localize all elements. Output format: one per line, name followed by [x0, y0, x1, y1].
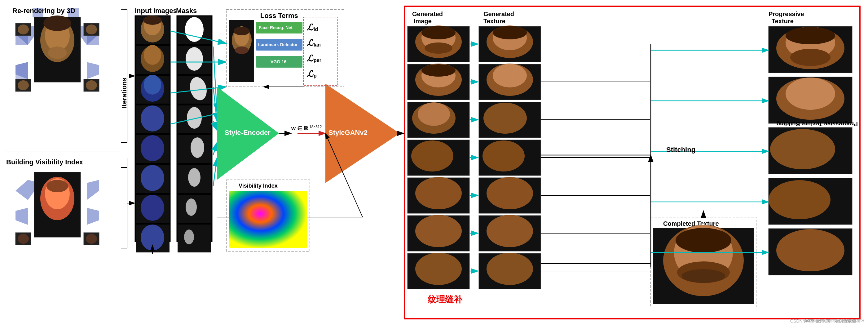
svg-point-31 — [45, 178, 70, 209]
svg-point-148 — [422, 64, 456, 87]
svg-line-90 — [213, 47, 217, 112]
svg-point-162 — [487, 26, 533, 58]
svg-marker-3 — [16, 25, 40, 45]
svg-point-149 — [422, 64, 456, 77]
svg-text:id: id — [314, 27, 318, 32]
svg-rect-68 — [177, 16, 212, 242]
svg-line-89 — [170, 112, 226, 124]
svg-rect-72 — [178, 46, 211, 74]
svg-text:p: p — [314, 73, 317, 79]
svg-rect-47 — [136, 17, 169, 45]
svg-rect-118 — [256, 56, 303, 68]
svg-marker-27 — [16, 208, 28, 225]
svg-point-111 — [234, 26, 249, 46]
svg-point-181 — [785, 27, 835, 45]
svg-point-113 — [235, 47, 249, 54]
svg-text:ℒ: ℒ — [307, 38, 314, 48]
svg-rect-188 — [769, 178, 852, 225]
svg-rect-35 — [84, 233, 99, 245]
svg-rect-84 — [178, 225, 211, 253]
svg-rect-16 — [16, 79, 31, 91]
svg-marker-102 — [326, 84, 400, 183]
svg-text:Stitching: Stitching — [666, 146, 695, 153]
svg-text:Style-Encoder: Style-Encoder — [225, 129, 271, 137]
svg-rect-46 — [135, 16, 170, 242]
svg-line-86 — [170, 31, 226, 43]
svg-point-55 — [141, 76, 164, 102]
svg-point-60 — [141, 135, 164, 161]
svg-line-105 — [326, 134, 363, 217]
svg-marker-6 — [87, 25, 99, 45]
svg-marker-7 — [16, 62, 28, 79]
svg-text:w ∈ ℝ: w ∈ ℝ — [291, 125, 308, 131]
svg-point-191 — [776, 229, 844, 271]
svg-rect-54 — [136, 76, 169, 104]
svg-rect-18 — [84, 79, 99, 91]
svg-point-167 — [493, 64, 527, 87]
svg-point-198 — [677, 261, 730, 283]
svg-rect-80 — [178, 165, 211, 193]
visibility-title: Building Visibility Index — [6, 158, 83, 166]
svg-point-58 — [141, 106, 164, 131]
svg-point-143 — [422, 25, 456, 50]
svg-rect-78 — [178, 135, 211, 163]
svg-rect-186 — [769, 127, 852, 174]
svg-point-158 — [415, 215, 462, 247]
svg-point-85 — [184, 230, 194, 244]
svg-point-48 — [141, 17, 164, 42]
svg-point-164 — [493, 26, 527, 39]
svg-text:ℒ: ℒ — [307, 69, 314, 79]
svg-point-70 — [185, 17, 204, 42]
svg-point-50 — [143, 16, 162, 25]
svg-point-53 — [144, 45, 161, 65]
svg-rect-116 — [256, 39, 303, 51]
svg-text:Generated: Generated — [484, 10, 514, 18]
svg-rect-176 — [479, 254, 541, 289]
svg-point-187 — [770, 129, 835, 169]
svg-point-52 — [141, 46, 164, 72]
svg-rect-150 — [407, 102, 469, 138]
svg-rect-69 — [178, 17, 211, 45]
svg-text:StyleGANv2: StyleGANv2 — [329, 129, 368, 137]
svg-marker-25 — [16, 180, 40, 200]
svg-point-156 — [415, 177, 462, 209]
svg-rect-12 — [16, 23, 31, 36]
svg-text:纹理缝补: 纹理缝补 — [427, 295, 463, 304]
svg-text:18×512: 18×512 — [309, 125, 322, 129]
svg-rect-74 — [178, 76, 211, 104]
svg-text:Completed Texture: Completed Texture — [663, 220, 719, 227]
svg-point-197 — [676, 228, 731, 253]
svg-point-36 — [86, 234, 97, 244]
svg-point-175 — [487, 215, 533, 247]
svg-point-152 — [418, 102, 450, 126]
svg-point-154 — [411, 141, 453, 172]
svg-rect-65 — [136, 225, 169, 253]
svg-rect-165 — [479, 64, 541, 100]
svg-point-166 — [487, 64, 533, 96]
svg-marker-26 — [87, 180, 99, 200]
svg-point-66 — [141, 225, 164, 250]
svg-text:per: per — [314, 58, 321, 63]
svg-point-24 — [48, 47, 67, 59]
svg-point-142 — [415, 26, 462, 58]
svg-point-30 — [40, 177, 74, 220]
svg-rect-157 — [407, 215, 469, 251]
svg-point-179 — [776, 27, 844, 69]
svg-rect-146 — [407, 64, 469, 100]
svg-point-169 — [484, 102, 527, 134]
svg-point-19 — [86, 80, 97, 90]
svg-rect-51 — [136, 46, 169, 74]
svg-point-22 — [45, 20, 70, 51]
svg-point-147 — [415, 64, 462, 96]
svg-point-182 — [790, 49, 831, 66]
svg-rect-174 — [479, 215, 541, 251]
svg-rect-168 — [479, 102, 541, 138]
svg-rect-190 — [769, 229, 852, 275]
svg-point-196 — [674, 225, 733, 280]
svg-point-32 — [46, 180, 68, 192]
svg-rect-132 — [229, 191, 307, 248]
svg-rect-14 — [84, 23, 99, 36]
svg-text:ℒ: ℒ — [307, 54, 314, 63]
svg-point-160 — [415, 253, 462, 285]
svg-rect-114 — [256, 22, 303, 33]
